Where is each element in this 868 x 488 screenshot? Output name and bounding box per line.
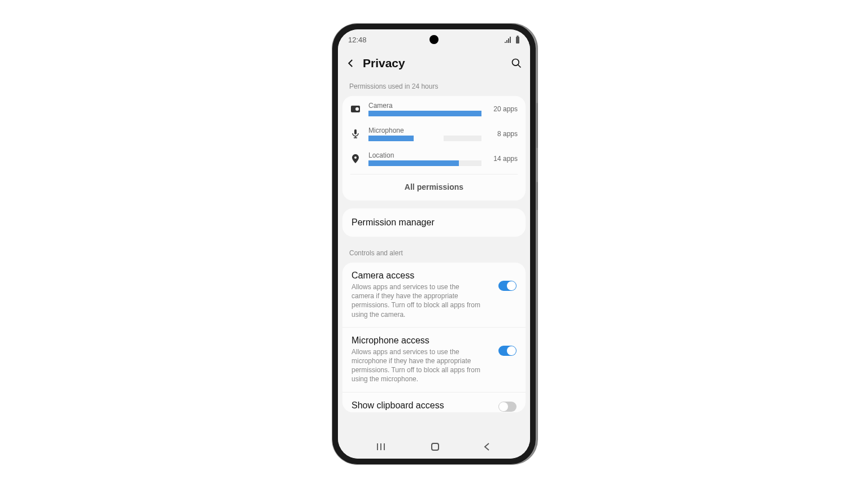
usage-bar-track xyxy=(368,136,481,141)
toggle-desc: Allows apps and services to use the came… xyxy=(351,282,481,319)
phone-frame: 12:48 Privacy Permissions used in 24 hou… xyxy=(332,24,536,464)
usage-count: 20 apps xyxy=(489,105,518,113)
usage-name: Location xyxy=(368,151,481,159)
svg-rect-0 xyxy=(516,37,519,43)
usage-bar-track xyxy=(368,111,481,116)
toggle-title: Camera access xyxy=(351,271,493,281)
camera-access-row[interactable]: Camera access Allows apps and services t… xyxy=(342,263,526,328)
back-button[interactable] xyxy=(346,58,356,68)
screen: 12:48 Privacy Permissions used in 24 hou… xyxy=(338,29,530,459)
battery-icon xyxy=(515,36,520,43)
usage-bar-track xyxy=(368,160,481,166)
usage-bar-wrap: Location xyxy=(368,151,481,166)
toggle-desc: Allows apps and services to use the micr… xyxy=(351,347,481,384)
toggle-title: Microphone access xyxy=(351,336,493,346)
usage-bar-fill xyxy=(368,111,481,116)
all-permissions-link[interactable]: All permissions xyxy=(350,174,518,201)
permission-manager-card[interactable]: Permission manager xyxy=(342,208,526,237)
controls-card: Camera access Allows apps and services t… xyxy=(342,263,526,412)
usage-name: Camera xyxy=(368,102,481,110)
search-button[interactable] xyxy=(511,58,522,69)
location-icon xyxy=(350,154,361,163)
controls-section-label: Controls and alert xyxy=(342,245,526,263)
usage-row-microphone[interactable]: Microphone 8 apps xyxy=(342,121,526,146)
app-header: Privacy xyxy=(338,46,530,78)
svg-point-4 xyxy=(355,107,359,111)
camera-icon xyxy=(350,106,361,112)
usage-name: Microphone xyxy=(368,127,481,134)
usage-bar-fill xyxy=(368,160,459,166)
permission-manager-row[interactable]: Permission manager xyxy=(342,208,526,237)
usage-row-camera[interactable]: Camera 20 apps xyxy=(342,96,526,121)
phone-side-button xyxy=(536,182,538,210)
camera-access-toggle[interactable] xyxy=(498,281,517,291)
clipboard-access-row[interactable]: Show clipboard access xyxy=(342,393,526,412)
toggle-title: Show clipboard access xyxy=(351,400,493,411)
status-icons xyxy=(504,36,520,43)
usage-card: Camera 20 apps Microphone xyxy=(342,96,526,201)
usage-bar-wrap: Camera xyxy=(368,102,481,116)
nav-home-button[interactable] xyxy=(431,443,439,451)
clock: 12:48 xyxy=(348,36,367,44)
svg-point-2 xyxy=(513,59,519,66)
usage-bar-fill xyxy=(368,136,414,141)
usage-row-location[interactable]: Location 14 apps xyxy=(342,146,526,171)
usage-bar-wrap: Microphone xyxy=(368,127,481,141)
nav-recent-button[interactable] xyxy=(377,443,387,451)
svg-rect-1 xyxy=(517,36,519,37)
page-title: Privacy xyxy=(363,56,511,70)
usage-section-label: Permissions used in 24 hours xyxy=(342,78,526,96)
microphone-access-toggle[interactable] xyxy=(498,346,517,356)
usage-count: 8 apps xyxy=(489,130,518,138)
microphone-icon xyxy=(350,129,361,138)
microphone-access-row[interactable]: Microphone access Allows apps and servic… xyxy=(342,328,526,393)
clipboard-access-toggle[interactable] xyxy=(498,402,517,412)
nav-back-button[interactable] xyxy=(483,443,491,451)
signal-icon xyxy=(504,36,512,43)
usage-count: 14 apps xyxy=(489,155,518,163)
camera-notch xyxy=(429,35,439,44)
phone-side-button xyxy=(536,103,538,148)
svg-rect-5 xyxy=(354,129,357,134)
navigation-bar xyxy=(338,435,530,459)
content-area[interactable]: Permissions used in 24 hours Camera 20 a… xyxy=(338,78,530,435)
